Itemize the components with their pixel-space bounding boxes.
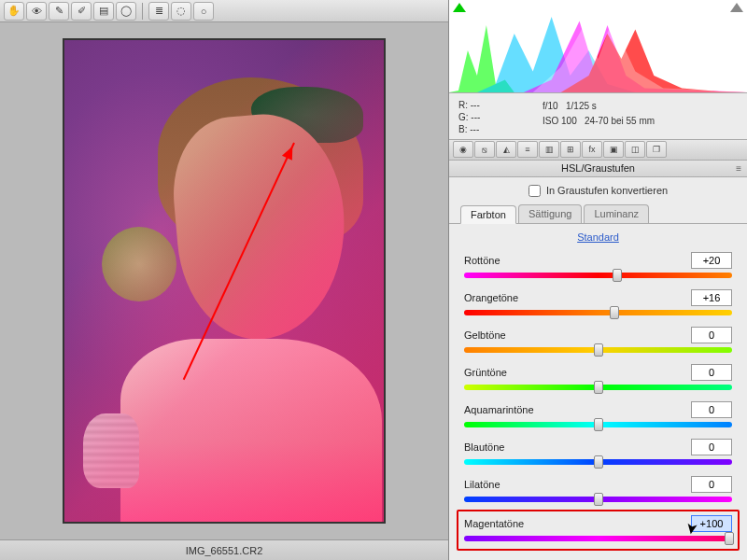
tab-hue[interactable]: Farbton (460, 205, 516, 224)
right-panel: R: --- G: --- B: --- f/10 1/125 s ISO 10… (448, 0, 747, 560)
slider-track[interactable] (464, 497, 732, 502)
slider-label: Aquamarintöne (464, 404, 534, 415)
slider-track[interactable] (464, 459, 732, 465)
panel-title-bar: HSL/Graustufen ≡ (449, 161, 747, 177)
slider-row-aquamarintöne: Aquamarintöne0 (464, 401, 732, 427)
slider-label: Lilatöne (464, 479, 500, 490)
slider-row-grüntöne: Grüntöne0 (464, 364, 732, 390)
readout-b: B: --- (458, 123, 543, 135)
slider-thumb[interactable] (725, 532, 734, 545)
slider-label: Grüntöne (464, 367, 507, 378)
panel-basic-icon[interactable]: ◉ (453, 141, 473, 158)
slider-label: Orangetöne (464, 292, 518, 303)
slider-track[interactable] (464, 310, 732, 315)
panel-curve-icon[interactable]: ⧅ (474, 141, 495, 158)
panel-menu-icon[interactable]: ≡ (736, 163, 741, 174)
slider-value-input[interactable]: +100 (691, 515, 732, 532)
slider-value-input[interactable]: +16 (691, 289, 732, 306)
panel-hsl-icon[interactable]: ≡ (517, 141, 538, 158)
grayscale-row: In Graustufen konvertieren (449, 177, 747, 204)
readout-g: G: --- (458, 111, 543, 123)
histogram-svg (449, 0, 747, 92)
slider-track[interactable] (464, 347, 732, 353)
slider-thumb[interactable] (613, 269, 622, 282)
slider-label: Gelbtöne (464, 329, 506, 341)
panel-fx-icon[interactable]: fx (582, 141, 602, 158)
slider-thumb[interactable] (594, 418, 603, 431)
tool-ellipse-b[interactable]: ○ (193, 2, 214, 21)
slider-track[interactable] (464, 273, 732, 278)
panel-strip: ◉ ⧅ ◭ ≡ ▥ ⊞ fx ▣ ◫ ❐ (449, 140, 747, 161)
slider-value-input[interactable]: 0 (691, 476, 732, 493)
slider-row-rottöne: Rottöne+20 (464, 252, 732, 278)
histogram[interactable] (449, 0, 747, 93)
grayscale-label: In Graustufen konvertieren (546, 185, 668, 196)
tool-ellipse-a[interactable]: ◌ (171, 2, 191, 21)
slider-track[interactable] (464, 385, 732, 390)
tab-saturation[interactable]: Sättigung (518, 204, 582, 223)
exif-shutter: 1/125 s (566, 101, 597, 111)
exif-lens: 24-70 bei 55 mm (585, 116, 655, 126)
slider-track[interactable] (464, 536, 732, 541)
slider-value-input[interactable]: 0 (691, 439, 732, 455)
panel-presets-icon[interactable]: ◫ (625, 141, 645, 158)
slider-thumb[interactable] (594, 343, 603, 357)
slider-row-orangetöne: Orangetöne+16 (464, 289, 732, 315)
slider-row-lilatöne: Lilatöne0 (464, 476, 732, 502)
tool-eye[interactable]: 👁 (26, 2, 47, 21)
panel-lens-icon[interactable]: ⊞ (560, 141, 581, 158)
slider-row-blautöne: Blautöne0 (464, 439, 732, 465)
panel-split-icon[interactable]: ▥ (539, 141, 559, 158)
slider-thumb[interactable] (610, 306, 619, 319)
panel-snapshots-icon[interactable]: ❐ (646, 141, 667, 158)
slider-value-input[interactable]: +20 (691, 252, 732, 269)
panel-title-label: HSL/Graustufen (561, 162, 635, 174)
slider-value-input[interactable]: 0 (691, 327, 732, 343)
slider-track[interactable] (464, 422, 732, 427)
slider-list: Rottöne+20Orangetöne+16Gelbtöne0Grüntöne… (449, 252, 747, 560)
slider-label: Blautöne (464, 441, 504, 453)
tool-list[interactable]: ≣ (148, 2, 169, 21)
grayscale-checkbox[interactable] (529, 185, 541, 197)
slider-row-magentatöne: Magentatöne+100 (457, 510, 740, 551)
slider-thumb[interactable] (594, 381, 603, 394)
tool-gradient[interactable]: ▤ (93, 2, 114, 21)
hsl-tabs: Farbton Sättigung Luminanz (449, 204, 747, 224)
slider-value-input[interactable]: 0 (691, 364, 732, 381)
readout-r: R: --- (458, 99, 543, 111)
panel-detail-icon[interactable]: ◭ (496, 141, 516, 158)
slider-thumb[interactable] (594, 455, 603, 469)
preview-image (63, 38, 386, 524)
exif-aperture: f/10 (543, 101, 558, 111)
exif-iso: ISO 100 (543, 116, 577, 126)
toolbar-separator (142, 3, 143, 20)
tool-brush[interactable]: ✎ (49, 2, 69, 21)
top-toolbar: ✋ 👁 ✎ ✐ ▤ ◯ ≣ ◌ ○ (0, 0, 448, 22)
panel-camera-icon[interactable]: ▣ (603, 141, 624, 158)
slider-thumb[interactable] (594, 493, 603, 506)
slider-row-gelbtöne: Gelbtöne0 (464, 327, 732, 353)
default-link[interactable]: Standard (449, 224, 747, 252)
filename-bar: IMG_66551.CR2 (0, 539, 448, 560)
exif-info: R: --- G: --- B: --- f/10 1/125 s ISO 10… (449, 93, 747, 140)
left-panel: ✋ 👁 ✎ ✐ ▤ ◯ ≣ ◌ ○ IMG_6 (0, 0, 448, 560)
tool-brush-alt[interactable]: ✐ (71, 2, 92, 21)
tool-hand[interactable]: ✋ (4, 2, 24, 21)
image-canvas-area[interactable] (0, 22, 448, 539)
slider-value-input[interactable]: 0 (691, 401, 732, 418)
slider-label: Rottöne (464, 255, 500, 266)
tab-luminance[interactable]: Luminanz (584, 204, 649, 223)
tool-radial[interactable]: ◯ (116, 2, 136, 21)
filename-label: IMG_66551.CR2 (186, 545, 263, 556)
slider-label: Magentatöne (464, 518, 524, 529)
